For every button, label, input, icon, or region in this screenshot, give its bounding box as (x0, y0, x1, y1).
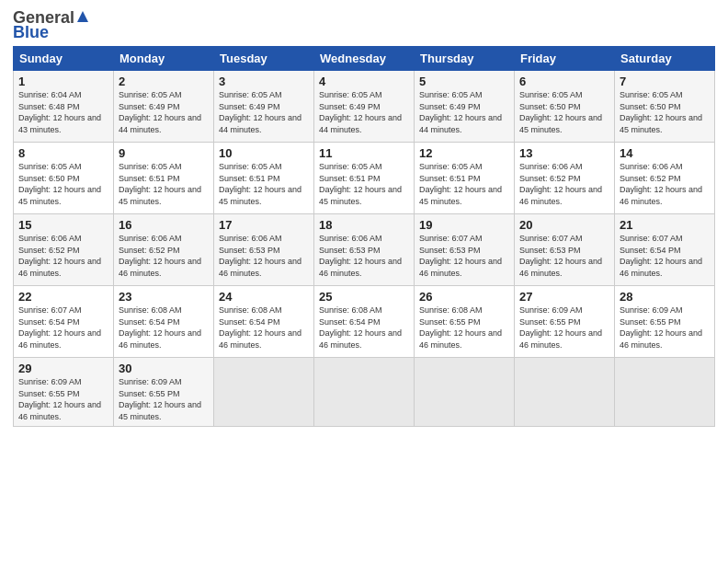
calendar-cell: 7Sunrise: 6:05 AMSunset: 6:50 PMDaylight… (615, 71, 715, 143)
day-number: 6 (519, 75, 609, 88)
calendar-cell: 21Sunrise: 6:07 AMSunset: 6:54 PMDayligh… (615, 214, 715, 286)
day-info: Sunrise: 6:05 AMSunset: 6:51 PMDaylight:… (419, 162, 502, 206)
day-info: Sunrise: 6:05 AMSunset: 6:50 PMDaylight:… (519, 90, 602, 134)
day-info: Sunrise: 6:08 AMSunset: 6:54 PMDaylight:… (219, 305, 301, 350)
calendar-cell: 30Sunrise: 6:09 AMSunset: 6:55 PMDayligh… (114, 358, 214, 427)
day-number: 1 (18, 75, 108, 88)
day-number: 28 (620, 290, 710, 304)
day-info: Sunrise: 6:07 AMSunset: 6:53 PMDaylight:… (419, 234, 502, 278)
day-info: Sunrise: 6:06 AMSunset: 6:52 PMDaylight:… (119, 234, 201, 278)
day-info: Sunrise: 6:05 AMSunset: 6:49 PMDaylight:… (219, 90, 301, 134)
calendar-cell: 24Sunrise: 6:08 AMSunset: 6:54 PMDayligh… (214, 286, 314, 358)
logo-icon (75, 9, 90, 24)
calendar-cell: 1Sunrise: 6:04 AMSunset: 6:48 PMDaylight… (14, 71, 114, 143)
calendar-cell: 22Sunrise: 6:07 AMSunset: 6:54 PMDayligh… (14, 286, 114, 358)
day-info: Sunrise: 6:08 AMSunset: 6:55 PMDaylight:… (419, 305, 502, 350)
day-number: 25 (319, 290, 409, 304)
day-info: Sunrise: 6:07 AMSunset: 6:54 PMDaylight:… (620, 234, 702, 278)
calendar-cell: 27Sunrise: 6:09 AMSunset: 6:55 PMDayligh… (515, 286, 615, 358)
day-number: 9 (119, 146, 209, 160)
day-info: Sunrise: 6:06 AMSunset: 6:52 PMDaylight:… (519, 162, 602, 206)
header: General Blue (13, 9, 715, 40)
calendar-cell: 4Sunrise: 6:05 AMSunset: 6:49 PMDaylight… (314, 71, 415, 143)
day-number: 2 (119, 75, 209, 88)
calendar-cell (515, 358, 615, 427)
calendar-cell: 19Sunrise: 6:07 AMSunset: 6:53 PMDayligh… (415, 214, 515, 286)
calendar-cell: 23Sunrise: 6:08 AMSunset: 6:54 PMDayligh… (114, 286, 214, 358)
day-number: 23 (119, 290, 209, 304)
day-number: 8 (18, 146, 108, 160)
day-info: Sunrise: 6:09 AMSunset: 6:55 PMDaylight:… (519, 305, 602, 350)
day-info: Sunrise: 6:06 AMSunset: 6:53 PMDaylight:… (319, 234, 402, 278)
calendar-table: SundayMondayTuesdayWednesdayThursdayFrid… (13, 46, 715, 427)
day-number: 12 (419, 146, 509, 160)
weekday-header: Friday (515, 47, 615, 71)
day-info: Sunrise: 6:09 AMSunset: 6:55 PMDaylight:… (620, 305, 702, 350)
calendar-cell (415, 358, 515, 427)
calendar-cell: 5Sunrise: 6:05 AMSunset: 6:49 PMDaylight… (415, 71, 515, 143)
day-info: Sunrise: 6:06 AMSunset: 6:52 PMDaylight:… (18, 234, 101, 278)
day-info: Sunrise: 6:05 AMSunset: 6:49 PMDaylight:… (319, 90, 402, 134)
day-info: Sunrise: 6:04 AMSunset: 6:48 PMDaylight:… (18, 90, 101, 134)
day-info: Sunrise: 6:07 AMSunset: 6:54 PMDaylight:… (18, 305, 101, 350)
calendar-cell: 25Sunrise: 6:08 AMSunset: 6:54 PMDayligh… (314, 286, 415, 358)
day-number: 22 (18, 290, 108, 304)
day-number: 3 (219, 75, 309, 88)
weekday-header: Tuesday (214, 47, 314, 71)
weekday-header: Wednesday (314, 47, 415, 71)
calendar-cell: 13Sunrise: 6:06 AMSunset: 6:52 PMDayligh… (515, 143, 615, 214)
day-info: Sunrise: 6:09 AMSunset: 6:55 PMDaylight:… (18, 377, 101, 421)
day-number: 5 (419, 75, 509, 88)
page-container: General Blue SundayMondayTuesdayWednesda… (0, 0, 728, 436)
logo-blue: Blue (13, 24, 90, 40)
day-number: 11 (319, 146, 409, 160)
day-number: 21 (620, 218, 710, 232)
calendar-cell: 9Sunrise: 6:05 AMSunset: 6:51 PMDaylight… (114, 143, 214, 214)
weekday-header: Sunday (14, 47, 114, 71)
day-info: Sunrise: 6:09 AMSunset: 6:55 PMDaylight:… (119, 377, 201, 421)
calendar-cell: 6Sunrise: 6:05 AMSunset: 6:50 PMDaylight… (515, 71, 615, 143)
calendar-cell: 15Sunrise: 6:06 AMSunset: 6:52 PMDayligh… (14, 214, 114, 286)
weekday-header: Monday (114, 47, 214, 71)
day-info: Sunrise: 6:05 AMSunset: 6:50 PMDaylight:… (18, 162, 101, 206)
day-number: 10 (219, 146, 309, 160)
calendar-cell: 29Sunrise: 6:09 AMSunset: 6:55 PMDayligh… (14, 358, 114, 427)
day-info: Sunrise: 6:05 AMSunset: 6:50 PMDaylight:… (620, 90, 702, 134)
day-info: Sunrise: 6:06 AMSunset: 6:52 PMDaylight:… (620, 162, 702, 206)
calendar-week-row: 8Sunrise: 6:05 AMSunset: 6:50 PMDaylight… (14, 143, 715, 214)
day-number: 17 (219, 218, 309, 232)
calendar-week-row: 22Sunrise: 6:07 AMSunset: 6:54 PMDayligh… (14, 286, 715, 358)
calendar-week-row: 1Sunrise: 6:04 AMSunset: 6:48 PMDaylight… (14, 71, 715, 143)
day-number: 29 (18, 362, 108, 375)
day-info: Sunrise: 6:05 AMSunset: 6:49 PMDaylight:… (419, 90, 502, 134)
day-number: 26 (419, 290, 509, 304)
calendar-cell: 3Sunrise: 6:05 AMSunset: 6:49 PMDaylight… (214, 71, 314, 143)
calendar-cell: 10Sunrise: 6:05 AMSunset: 6:51 PMDayligh… (214, 143, 314, 214)
svg-marker-0 (77, 11, 88, 22)
calendar-cell: 17Sunrise: 6:06 AMSunset: 6:53 PMDayligh… (214, 214, 314, 286)
day-number: 4 (319, 75, 409, 88)
day-number: 7 (620, 75, 710, 88)
calendar-cell: 28Sunrise: 6:09 AMSunset: 6:55 PMDayligh… (615, 286, 715, 358)
calendar-cell: 18Sunrise: 6:06 AMSunset: 6:53 PMDayligh… (314, 214, 415, 286)
day-info: Sunrise: 6:05 AMSunset: 6:49 PMDaylight:… (119, 90, 201, 134)
calendar-cell: 16Sunrise: 6:06 AMSunset: 6:52 PMDayligh… (114, 214, 214, 286)
day-number: 14 (620, 146, 710, 160)
day-number: 27 (519, 290, 609, 304)
calendar-header-row: SundayMondayTuesdayWednesdayThursdayFrid… (14, 47, 715, 71)
day-number: 16 (119, 218, 209, 232)
day-info: Sunrise: 6:08 AMSunset: 6:54 PMDaylight:… (319, 305, 402, 350)
calendar-cell: 14Sunrise: 6:06 AMSunset: 6:52 PMDayligh… (615, 143, 715, 214)
calendar-cell: 2Sunrise: 6:05 AMSunset: 6:49 PMDaylight… (114, 71, 214, 143)
calendar-cell: 26Sunrise: 6:08 AMSunset: 6:55 PMDayligh… (415, 286, 515, 358)
calendar-cell: 12Sunrise: 6:05 AMSunset: 6:51 PMDayligh… (415, 143, 515, 214)
day-info: Sunrise: 6:05 AMSunset: 6:51 PMDaylight:… (219, 162, 301, 206)
weekday-header: Thursday (415, 47, 515, 71)
weekday-header: Saturday (615, 47, 715, 71)
calendar-cell: 8Sunrise: 6:05 AMSunset: 6:50 PMDaylight… (14, 143, 114, 214)
day-number: 20 (519, 218, 609, 232)
day-info: Sunrise: 6:05 AMSunset: 6:51 PMDaylight:… (119, 162, 201, 206)
day-info: Sunrise: 6:07 AMSunset: 6:53 PMDaylight:… (519, 234, 602, 278)
calendar-cell (214, 358, 314, 427)
calendar-cell (314, 358, 415, 427)
